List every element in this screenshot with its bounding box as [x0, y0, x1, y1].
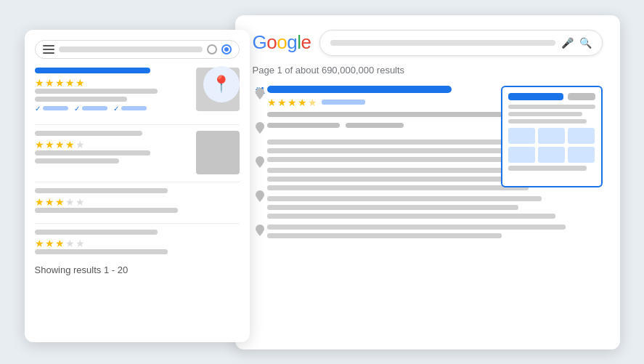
local-result-3: ★ ★ ★ ★ ★	[35, 188, 240, 216]
google-search-input	[330, 40, 555, 46]
check-mark-1: ✓	[35, 105, 41, 113]
search-icon	[207, 44, 217, 54]
result1-google-stars: ★ ★ ★ ★ ★	[267, 97, 317, 108]
result2-image	[196, 131, 240, 174]
star4: ★	[65, 139, 75, 150]
star3: ★	[55, 139, 65, 150]
star1: ★	[35, 139, 44, 150]
result1-title-bar	[35, 68, 150, 73]
map-pins-column	[256, 88, 264, 233]
gstar5: ★	[308, 97, 317, 108]
result2-stars: ★ ★ ★ ★ ★	[35, 139, 189, 150]
star5: ★	[76, 196, 85, 208]
snippet-card	[501, 86, 603, 187]
tag-bar-1	[43, 106, 68, 110]
g-letter-o1: o	[266, 31, 277, 53]
result1-info-bar	[35, 89, 158, 94]
star4: ★	[65, 196, 75, 208]
snippet-cell-4	[508, 147, 535, 163]
result1-stars: ★ ★ ★ ★ ★	[35, 77, 189, 89]
right-card: Google 🎤 🔍 Page 1 of about 690,000,000 r…	[235, 15, 620, 349]
organic-bar-11	[267, 233, 502, 238]
map-pin-1	[256, 88, 264, 97]
divider-2	[35, 182, 240, 182]
left-search-input	[59, 46, 203, 52]
results-meta: Page 1 of about 690,000,000 results	[253, 65, 603, 76]
star1: ★	[35, 196, 44, 208]
snippet-cell-1	[508, 128, 535, 144]
result2-title-bar	[35, 131, 142, 136]
snippet-cell-5	[538, 147, 565, 163]
microphone-icon[interactable]: 🎤	[561, 37, 574, 49]
map-pin-5	[256, 225, 264, 233]
check-item-1: ✓	[35, 105, 68, 113]
result4-stars: ★ ★ ★ ★ ★	[35, 238, 240, 249]
map-pin-4	[256, 190, 264, 199]
desc-bar-2a	[267, 123, 340, 128]
star1: ★	[35, 238, 44, 249]
local-result-1-content: ★ ★ ★ ★ ★ ✓ ✓	[35, 68, 189, 117]
local-result-2: ★ ★ ★ ★ ★	[35, 131, 240, 174]
snippet-grid	[508, 128, 595, 163]
organic-bar-7	[267, 196, 542, 201]
star2: ★	[45, 139, 54, 150]
tag-bar-3	[121, 106, 147, 110]
g-letter-o2: o	[277, 31, 287, 53]
google-search-icon[interactable]: 🔍	[579, 37, 592, 49]
divider-1	[35, 124, 240, 125]
snippet-cell-2	[538, 128, 565, 144]
left-search-bar[interactable]	[35, 40, 240, 59]
result2-info-bar	[35, 150, 150, 155]
result1-check-row: ✓ ✓ ✓	[35, 105, 189, 113]
gstar4: ★	[298, 97, 307, 108]
snippet-line-1	[508, 105, 595, 109]
desc-bar-2b	[346, 123, 404, 128]
result3-info-bar	[35, 208, 178, 213]
star3: ★	[55, 238, 65, 249]
organic-bar-9	[267, 214, 555, 219]
result3-title-bar	[35, 188, 168, 193]
check-item-3: ✓	[113, 105, 147, 113]
organic-bar-3	[267, 157, 536, 162]
google-blue-icon	[221, 44, 232, 54]
snippet-top-bar	[508, 93, 595, 100]
result1-google-title[interactable]	[267, 86, 452, 93]
local-result-4: ★ ★ ★ ★ ★	[35, 230, 240, 257]
star5: ★	[76, 139, 85, 150]
google-search-bar[interactable]: 🎤 🔍	[319, 30, 602, 56]
star2: ★	[45, 238, 54, 249]
snippet-bottom-bar	[508, 166, 587, 171]
showing-results-text: Showing results 1 - 20	[35, 264, 240, 275]
left-card: 📍 ★ ★ ★ ★ ★ ✓	[25, 30, 250, 342]
star5: ★	[76, 77, 85, 89]
result2-info-bar2	[35, 158, 120, 163]
results-area: #1 ★ ★ ★ ★ ★	[253, 86, 603, 238]
star3: ★	[55, 196, 65, 208]
check-mark-2: ✓	[74, 105, 80, 113]
snippet-title-blue	[508, 93, 563, 100]
result1-rating-bar	[322, 100, 365, 105]
check-item-2: ✓	[74, 105, 107, 113]
gstar1: ★	[267, 97, 277, 108]
map-pin-3	[256, 156, 264, 165]
snippet-title-gray	[568, 93, 595, 100]
result4-title-bar	[35, 230, 158, 235]
map-pin-2	[256, 122, 264, 131]
organic-bar-6	[267, 185, 529, 190]
snippet-line-3	[508, 119, 587, 124]
gstar3: ★	[288, 97, 297, 108]
map-area: 📍	[203, 66, 240, 102]
google-logo-text: Google	[253, 31, 311, 54]
local-result-2-content: ★ ★ ★ ★ ★	[35, 131, 189, 174]
local-result-4-content: ★ ★ ★ ★ ★	[35, 230, 240, 257]
local-result-3-content: ★ ★ ★ ★ ★	[35, 188, 240, 216]
result3-stars: ★ ★ ★ ★ ★	[35, 196, 240, 208]
hamburger-icon	[43, 45, 54, 54]
desc-bar-1	[267, 112, 519, 117]
star2: ★	[45, 77, 54, 89]
star4: ★	[65, 77, 75, 89]
g-letter-g: g	[287, 31, 297, 53]
organic-bar-10	[267, 225, 566, 230]
g-letter-G: G	[253, 31, 267, 53]
snippet-lines	[508, 105, 595, 124]
